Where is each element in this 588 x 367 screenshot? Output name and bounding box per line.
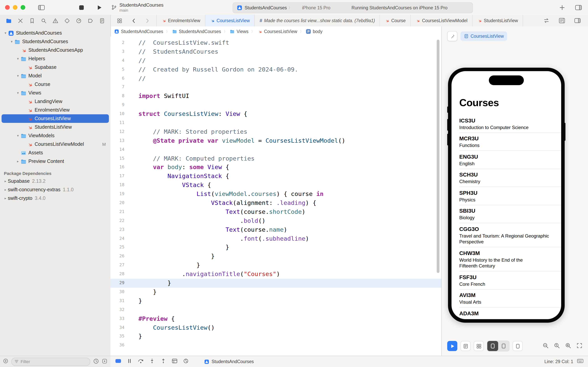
bookmarks-navigator-button[interactable] (28, 17, 35, 24)
status-device[interactable]: iPhone 15 Pro (302, 5, 330, 10)
zoom-in-button[interactable] (565, 342, 571, 350)
code-line-18[interactable]: 18 VStack { (110, 181, 441, 190)
sidebar-item-views[interactable]: ▾Views (1, 89, 109, 97)
stop-button[interactable] (76, 3, 86, 12)
package-swift-crypto[interactable]: ▸swift-crypto3.4.0 (0, 194, 110, 202)
sidebar-item-studentsandcoursesapp[interactable]: StudentsAndCoursesApp (1, 46, 109, 54)
code-line-9[interactable]: 9 (110, 101, 441, 110)
zoom-fit-button[interactable] (576, 342, 583, 350)
disclosure-open-icon[interactable]: ▾ (9, 40, 14, 43)
scm-status-filter-button[interactable] (102, 358, 107, 365)
tab-courseslistviewmodel[interactable]: CoursesListViewModel (411, 15, 472, 26)
device-alt-mode-button[interactable] (498, 341, 509, 351)
pause-button[interactable] (126, 359, 133, 365)
code-line-16[interactable]: 16 var body: some View { (110, 163, 441, 172)
code-line-21[interactable]: 21 Text(course.shortCode) (110, 208, 441, 217)
tab-made-the-courses-list-view-show-static-data-7ebd9a1[interactable]: #Made the courses list view...show stati… (255, 15, 380, 26)
project-navigator-button[interactable] (5, 17, 12, 24)
code-line-5[interactable]: 5// Created by Russell Gordon on 2024-06… (110, 65, 441, 74)
keyboard-shortcuts-button[interactable] (577, 359, 583, 365)
go-back-button[interactable] (128, 16, 138, 25)
sidebar-item-preview-content[interactable]: ▸Preview Content (1, 157, 109, 166)
add-editor-button[interactable] (557, 3, 567, 12)
code-line-12[interactable]: 12 // MARK: Stored properties (110, 127, 441, 136)
code-line-3[interactable]: 3// StudentsAndCourses (110, 47, 441, 56)
tab-course[interactable]: Course (380, 15, 411, 26)
view-hierarchy-button[interactable] (171, 359, 178, 365)
running-target[interactable]: StudentsAndCourses (204, 359, 254, 364)
breadcrumb-studentsandcourses[interactable]: StudentsAndCourses (114, 29, 163, 34)
device-screen[interactable]: Courses ICS3UIntroduction to Computer Sc… (452, 71, 561, 319)
code-line-14[interactable]: 14 (110, 145, 441, 154)
code-line-31[interactable]: 31} (110, 297, 441, 306)
code-line-15[interactable]: 15 // MARK: Computed properties (110, 154, 441, 163)
sidebar-item-course[interactable]: Course (1, 80, 109, 89)
code-line-2[interactable]: 2// CoursesListView.swift (110, 39, 441, 47)
breakpoints-navigator-button[interactable] (87, 17, 94, 24)
code-line-36[interactable]: 36 (110, 341, 441, 350)
code-line-7[interactable]: 7 (110, 83, 441, 92)
debug-navigator-button[interactable] (75, 17, 82, 24)
course-row-avi3m[interactable]: AVI3MVisual Arts (452, 289, 561, 308)
sidebar-item-supabase[interactable]: Supabase (1, 63, 109, 72)
code-line-4[interactable]: 4// (110, 56, 441, 65)
code-line-27[interactable]: 27 } (110, 261, 441, 270)
disclosure-open-icon[interactable]: ▾ (3, 31, 8, 35)
disclosure-closed-icon[interactable]: ▸ (16, 159, 20, 163)
course-row-eng3u[interactable]: ENG3UEnglish (452, 151, 561, 169)
code-line-20[interactable]: 20 VStack(alignment: .leading) { (110, 199, 441, 208)
code-line-23[interactable]: 23 Text(course.name) (110, 225, 441, 234)
toggle-inspector-button[interactable] (573, 3, 583, 12)
code-line-33[interactable]: 33#Preview { (110, 314, 441, 323)
course-row-ada3m[interactable]: ADA3M (452, 308, 561, 319)
disclosure-open-icon[interactable]: ▾ (16, 74, 20, 78)
code-line-19[interactable]: 19 List(viewModel.courses) { course in (110, 190, 441, 199)
device-settings-button[interactable] (512, 341, 523, 351)
code-line-24[interactable]: 24 .font(.subheadline) (110, 234, 441, 243)
find-navigator-button[interactable] (40, 17, 47, 24)
sidebar-item-courseslistviewmodel[interactable]: CoursesListViewModelM (1, 140, 109, 149)
code-line-26[interactable]: 26 } (110, 252, 441, 261)
code-line-11[interactable]: 11 (110, 119, 441, 127)
step-out-button[interactable] (160, 359, 167, 365)
disclosure-closed-icon[interactable]: ▸ (3, 179, 8, 183)
breadcrumb-body[interactable]: Pbody (306, 29, 323, 34)
code-review-button[interactable] (541, 16, 551, 25)
code-line-30[interactable]: 30 } (110, 288, 441, 297)
code-line-10[interactable]: 10struct CoursesListView: View { (110, 110, 441, 119)
tab-studentslistview[interactable]: StudentsListView (472, 15, 523, 26)
code-line-22[interactable]: 22 .bold() (110, 217, 441, 225)
disclosure-open-icon[interactable]: ▾ (16, 91, 20, 95)
live-preview-button[interactable] (447, 341, 457, 351)
disclosure-open-icon[interactable]: ▾ (16, 134, 20, 138)
add-file-button[interactable] (3, 359, 8, 365)
zoom-actual-button[interactable] (554, 342, 560, 350)
sidebar-item-courseslistview[interactable]: CoursesListView (1, 114, 109, 123)
course-row-sch3u[interactable]: SCH3UChemistry (452, 169, 561, 187)
code-line-17[interactable]: 17 NavigationStack { (110, 172, 441, 181)
sidebar-item-studentslistview[interactable]: StudentsListView (1, 123, 109, 131)
step-over-button[interactable] (138, 359, 144, 365)
project-scheme[interactable]: StudentsAndCourses main (111, 1, 164, 14)
code-line-35[interactable]: 35} (110, 332, 441, 341)
sidebar-item-assets[interactable]: Assets (1, 149, 109, 157)
memory-graph-button[interactable] (183, 359, 189, 365)
step-into-button[interactable] (149, 359, 155, 365)
package-supabase[interactable]: ▸Supabase2.13.2 (0, 177, 110, 185)
code-line-13[interactable]: 13 @State private var viewModel = Course… (110, 136, 441, 145)
code-line-34[interactable]: 34 CoursesListView() (110, 323, 441, 332)
course-row-sbi3u[interactable]: SBI3UBiology (452, 205, 561, 223)
disclosure-closed-icon[interactable]: ▸ (3, 188, 8, 192)
close-button[interactable] (5, 5, 10, 10)
course-row-chw3m[interactable]: CHW3MWorld History to the End of the Fif… (452, 247, 561, 271)
course-row-mcr3u[interactable]: MCR3UFunctions (452, 133, 561, 151)
toggle-navigator-button[interactable] (36, 3, 46, 12)
course-row-sph3u[interactable]: SPH3UPhysics (452, 187, 561, 205)
sidebar-item-enrolmentsview[interactable]: EnrolmentsView (1, 106, 109, 114)
breakpoints-toggle-button[interactable] (115, 359, 121, 365)
recent-files-filter-button[interactable] (93, 358, 99, 365)
package-swift-concurrency-extras[interactable]: ▸swift-concurrency-extras1.1.0 (0, 185, 110, 194)
code-line-8[interactable]: 8import SwiftUI (110, 92, 441, 101)
sidebar-item-landingview[interactable]: LandingView (1, 97, 109, 106)
breadcrumb-views[interactable]: Views (230, 29, 249, 34)
